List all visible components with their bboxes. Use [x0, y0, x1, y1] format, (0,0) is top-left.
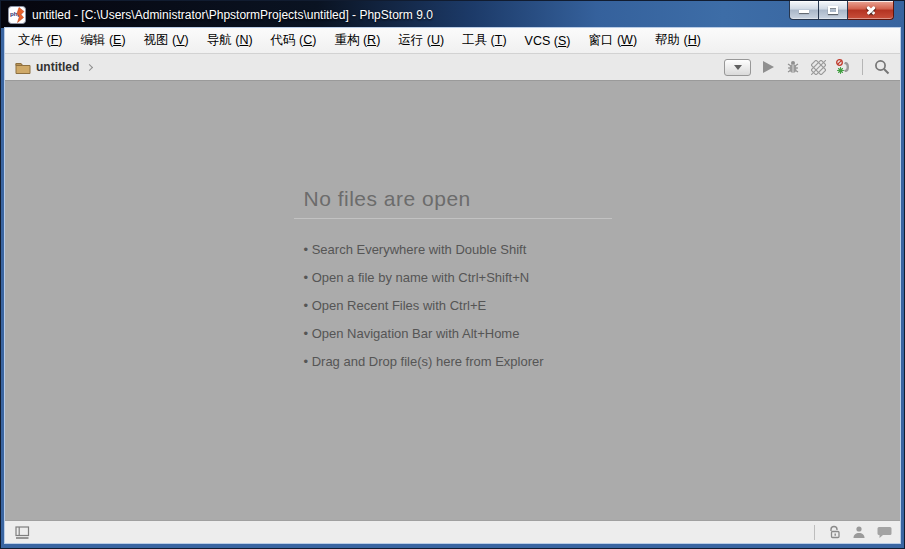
breadcrumb-item-untitled[interactable]: untitled [15, 60, 92, 74]
tip-open-file: Open a file by name with Ctrl+Shift+N [294, 264, 612, 292]
readonly-toggle-button[interactable] [828, 525, 841, 539]
phpstorm-logo-icon: php [8, 6, 26, 24]
window-title: untitled - [C:\Users\Administrator\Phpst… [32, 8, 433, 22]
phpstorm-window: php untitled - [C:\Users\Administrator\P… [0, 0, 905, 549]
statusbar [5, 520, 900, 543]
menu-item-run[interactable]: 运行U [389, 28, 453, 53]
navigation-bar: untitled [5, 54, 900, 81]
search-icon [874, 59, 890, 75]
debug-bug-icon [785, 59, 801, 75]
tip-drag-drop: Drag and Drop file(s) here from Explorer [294, 348, 612, 376]
toggle-toolwindows-icon [15, 526, 30, 539]
tip-recent-files: Open Recent Files with Ctrl+E [294, 292, 612, 320]
chevron-down-icon [734, 65, 742, 70]
toggle-toolwindows-button[interactable] [15, 526, 30, 539]
titlebar: php untitled - [C:\Users\Administrator\P… [1, 1, 904, 28]
attach-debugger-icon [835, 59, 851, 75]
unlock-icon [828, 525, 841, 539]
event-log-icon [877, 526, 892, 539]
empty-state-title: No files are open [294, 187, 612, 219]
menu-item-view[interactable]: 视图V [135, 28, 198, 53]
event-log-button[interactable] [877, 526, 892, 539]
menu-item-vcs[interactable]: VCSS [516, 30, 580, 52]
menubar: 文件F 编辑E 视图V 导航N 代码C 重构R 运行U 工具T VCSS 窗口W… [5, 28, 900, 54]
window-controls [789, 1, 894, 20]
close-icon [865, 5, 877, 15]
menu-item-help[interactable]: 帮助H [646, 28, 710, 53]
run-icon [762, 60, 775, 74]
coverage-button[interactable] [810, 59, 826, 75]
editor-area: No files are open Search Everywhere with… [5, 81, 900, 520]
empty-state: No files are open Search Everywhere with… [294, 81, 612, 376]
toolbar-right [724, 59, 890, 76]
toolbar-separator [862, 59, 863, 75]
menu-item-navigate[interactable]: 导航N [198, 28, 262, 53]
tips-list: Search Everywhere with Double Shift Open… [294, 236, 612, 376]
debug-button[interactable] [785, 59, 801, 75]
app-body: 文件F 编辑E 视图V 导航N 代码C 重构R 运行U 工具T VCSS 窗口W… [5, 28, 900, 543]
breadcrumb-label: untitled [36, 60, 79, 74]
statusbar-separator [814, 525, 815, 540]
coverage-icon [811, 60, 826, 75]
tip-search-everywhere: Search Everywhere with Double Shift [294, 236, 612, 264]
maximize-button[interactable] [819, 1, 848, 20]
inspections-profile-icon [852, 525, 866, 539]
chevron-right-icon [86, 64, 93, 71]
inspections-profile-button[interactable] [852, 525, 866, 539]
folder-icon [15, 61, 31, 74]
run-button[interactable] [760, 59, 776, 75]
minimize-icon [799, 10, 809, 13]
menu-item-code[interactable]: 代码C [262, 28, 326, 53]
menu-item-edit[interactable]: 编辑E [71, 28, 134, 53]
maximize-icon [828, 6, 838, 14]
search-everywhere-button[interactable] [874, 59, 890, 75]
close-button[interactable] [848, 1, 894, 20]
menu-item-window[interactable]: 窗口W [579, 28, 646, 53]
menu-item-tools[interactable]: 工具T [453, 28, 515, 53]
menu-item-file[interactable]: 文件F [9, 28, 71, 53]
menu-item-refactor[interactable]: 重构R [325, 28, 389, 53]
tip-navigation-bar: Open Navigation Bar with Alt+Home [294, 320, 612, 348]
statusbar-right [814, 525, 892, 540]
run-config-dropdown[interactable] [724, 59, 751, 76]
attach-debugger-button[interactable] [835, 59, 851, 75]
minimize-button[interactable] [789, 1, 819, 20]
